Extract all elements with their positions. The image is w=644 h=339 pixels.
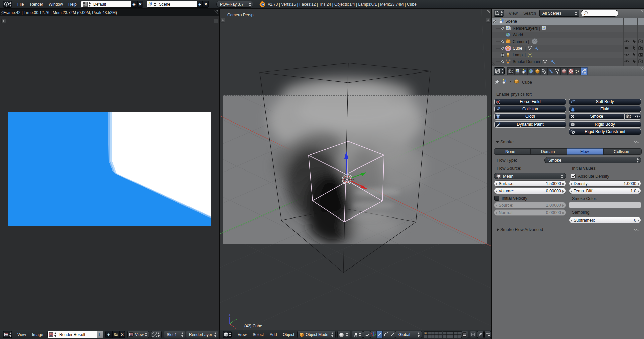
- svg-text:Cube: Cube: [513, 46, 522, 51]
- svg-text:|: |: [539, 26, 540, 31]
- svg-text:1: 1: [498, 116, 499, 118]
- svg-text:|: |: [541, 59, 542, 64]
- svg-text:|: |: [528, 39, 529, 44]
- svg-text:x: x: [235, 326, 236, 330]
- svg-text:World: World: [513, 33, 523, 37]
- svg-text:Smoke Domain: Smoke Domain: [513, 59, 540, 64]
- svg-text:Scene: Scene: [505, 19, 517, 24]
- svg-text:|: |: [525, 53, 526, 57]
- svg-text:y: y: [235, 317, 237, 321]
- svg-text:2: 2: [466, 334, 467, 337]
- svg-text:(42) Cube: (42) Cube: [244, 324, 262, 328]
- svg-text:RenderLayers: RenderLayers: [513, 26, 538, 31]
- svg-text:z: z: [229, 312, 230, 316]
- svg-text:Lamp: Lamp: [513, 53, 523, 57]
- svg-text:Camera: Camera: [513, 39, 527, 44]
- svg-text:|: |: [525, 46, 526, 51]
- svg-text:Camera Persp: Camera Persp: [227, 13, 254, 17]
